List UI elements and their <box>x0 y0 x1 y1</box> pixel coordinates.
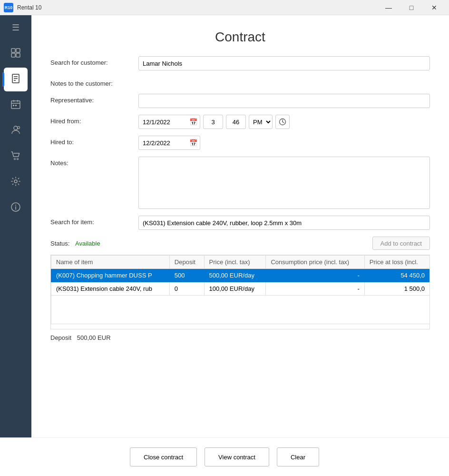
hired-from-datetime: 📅 PM AM <box>138 115 290 129</box>
item-search-input[interactable] <box>138 216 430 230</box>
item-deposit: 500 <box>169 269 204 282</box>
table-body: (K007) Chopping hammer DUSS P 500 500,00… <box>51 269 430 324</box>
view-contract-button[interactable]: View contract <box>205 447 269 466</box>
item-deposit: 0 <box>169 282 204 296</box>
sidebar-item-calendar[interactable] <box>4 93 28 117</box>
sidebar: ☰ <box>0 15 31 437</box>
titlebar-controls: — □ ✕ <box>378 0 445 15</box>
calendar-icon <box>10 99 21 112</box>
customers-icon <box>10 125 21 138</box>
customer-search-row: Search for customer: <box>50 56 430 70</box>
bottom-bar: Close contract View contract Clear <box>0 437 449 476</box>
sidebar-item-customers[interactable] <box>4 119 28 143</box>
svg-point-14 <box>14 126 18 130</box>
notes-customer-row: Notes to the customer: <box>50 77 430 87</box>
deposit-label: Deposit <box>50 334 71 341</box>
svg-rect-3 <box>16 53 20 57</box>
svg-point-17 <box>17 158 19 159</box>
hamburger-menu[interactable]: ☰ <box>4 19 28 36</box>
contract-icon <box>10 73 21 86</box>
hired-from-minute-input[interactable] <box>226 115 246 129</box>
item-name: (KS031) Extension cable 240V, rub <box>51 282 170 296</box>
cart-icon <box>10 150 21 163</box>
item-search-label: Search for item: <box>50 216 138 226</box>
item-name: (K007) Chopping hammer DUSS P <box>51 269 170 282</box>
hired-from-row: Hired from: 📅 PM AM <box>50 115 430 129</box>
svg-rect-1 <box>16 49 20 52</box>
table-row[interactable]: (K007) Chopping hammer DUSS P 500 500,00… <box>51 269 430 282</box>
svg-rect-0 <box>11 49 15 52</box>
dashboard-icon <box>10 48 21 60</box>
contract-table: Name of item Deposit Price (incl. tax) C… <box>51 255 429 324</box>
hired-to-row: Hired to: 📅 <box>50 136 430 150</box>
hired-from-hour-input[interactable] <box>203 115 223 129</box>
hired-to-date-input[interactable] <box>138 136 200 150</box>
contract-table-wrap: Name of item Deposit Price (incl. tax) C… <box>50 255 430 329</box>
hired-from-date-wrap: 📅 <box>138 115 200 129</box>
hired-from-label: Hired from: <box>50 115 138 125</box>
hired-to-label: Hired to: <box>50 136 138 146</box>
deposit-value: 500,00 EUR <box>77 334 111 341</box>
col-header-consumption: Consumption price (incl. tax) <box>266 256 364 269</box>
hired-from-date-input[interactable] <box>138 115 200 129</box>
svg-line-24 <box>283 122 284 123</box>
item-loss: 54 450,0 <box>364 269 429 282</box>
representative-label: Representative: <box>50 94 138 104</box>
page-title: Contract <box>50 30 430 45</box>
col-header-name: Name of item <box>51 256 170 269</box>
table-row-empty <box>51 296 430 324</box>
customer-search-label: Search for customer: <box>50 56 138 66</box>
status-value: Available <box>75 240 100 247</box>
app-body: ☰ <box>0 15 449 437</box>
add-to-contract-button[interactable]: Add to contract <box>372 237 430 250</box>
hired-to-date-wrap: 📅 <box>138 136 200 150</box>
status-row: Status: Available Add to contract <box>50 237 430 250</box>
sidebar-item-settings[interactable] <box>4 170 28 194</box>
notes-label: Notes: <box>50 157 138 167</box>
table-row[interactable]: (KS031) Extension cable 240V, rub 0 100,… <box>51 282 430 296</box>
deposit-summary: Deposit 500,00 EUR <box>50 334 430 341</box>
col-header-deposit: Deposit <box>169 256 204 269</box>
svg-point-18 <box>14 180 17 183</box>
close-contract-button[interactable]: Close contract <box>130 447 197 466</box>
minimize-button[interactable]: — <box>378 0 400 15</box>
item-search-row: Search for item: <box>50 216 430 230</box>
sidebar-item-dashboard[interactable] <box>4 42 28 66</box>
customer-search-input[interactable] <box>138 56 430 70</box>
info-icon <box>10 202 21 215</box>
svg-point-16 <box>14 158 16 159</box>
titlebar: R10 Rental 10 — □ ✕ <box>0 0 449 15</box>
item-price: 500,00 EUR/day <box>204 269 266 282</box>
table-header: Name of item Deposit Price (incl. tax) C… <box>51 256 430 269</box>
status-area: Status: Available <box>50 240 100 247</box>
svg-rect-13 <box>15 105 17 106</box>
notes-row: Notes: <box>50 157 430 209</box>
settings-icon <box>10 176 21 189</box>
maximize-button[interactable]: □ <box>400 0 422 15</box>
svg-rect-2 <box>11 53 15 57</box>
item-consumption: - <box>266 282 364 296</box>
representative-input[interactable] <box>138 94 430 108</box>
representative-row: Representative: <box>50 94 430 108</box>
svg-point-21 <box>15 205 16 206</box>
main-content: Contract Search for customer: Notes to t… <box>31 15 449 437</box>
sidebar-item-cart[interactable] <box>4 145 28 169</box>
col-header-price: Price (incl. tax) <box>204 256 266 269</box>
item-price: 100,00 EUR/day <box>204 282 266 296</box>
close-button[interactable]: ✕ <box>423 0 445 15</box>
svg-rect-12 <box>13 105 14 106</box>
col-header-loss: Price at loss (incl. <box>364 256 429 269</box>
item-loss: 1 500,0 <box>364 282 429 296</box>
app-name: Rental 10 <box>17 4 41 11</box>
clock-button[interactable] <box>275 115 290 129</box>
titlebar-left: R10 Rental 10 <box>4 3 41 12</box>
hired-from-ampm-select[interactable]: PM AM <box>249 115 273 129</box>
app-logo: R10 <box>4 3 13 12</box>
status-label: Status: <box>50 240 69 247</box>
notes-textarea[interactable] <box>138 157 430 209</box>
item-consumption: - <box>266 269 364 282</box>
sidebar-item-info[interactable] <box>4 196 28 220</box>
notes-customer-label: Notes to the customer: <box>50 77 138 87</box>
sidebar-item-contract[interactable] <box>4 68 28 91</box>
clear-button[interactable]: Clear <box>277 447 319 466</box>
